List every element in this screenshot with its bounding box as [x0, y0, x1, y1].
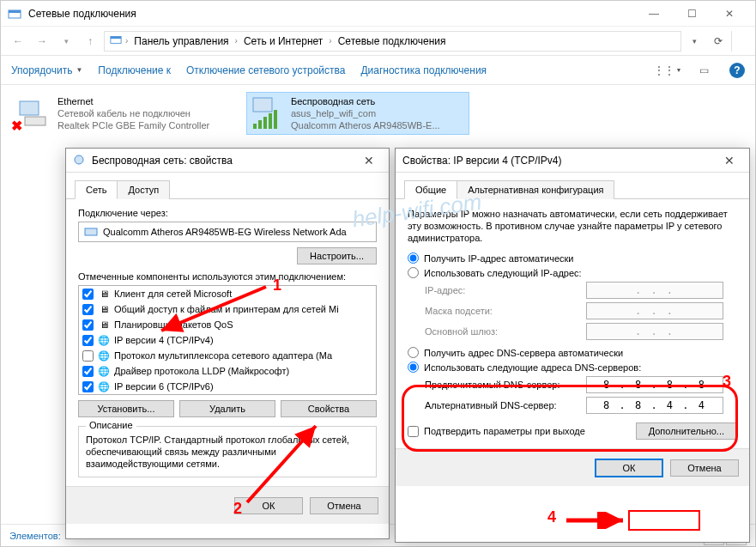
component-icon: 🌐 — [97, 334, 111, 346]
help-button[interactable]: ? — [729, 63, 745, 78]
cancel-button[interactable]: Отмена — [670, 459, 739, 477]
preview-pane-button[interactable]: ▭ — [693, 61, 714, 80]
component-list[interactable]: 🖥Клиент для сетей Microsoft 🖥Общий досту… — [78, 285, 377, 395]
cmd-organize[interactable]: Упорядочить▼ — [11, 64, 82, 76]
ok-button[interactable]: ОК — [234, 497, 303, 514]
dialog-title-bar: Свойства: IP версии 4 (TCP/IPv4) ✕ — [396, 149, 749, 173]
net-adapter: Qualcomm Atheros AR9485WB-E... — [291, 119, 440, 131]
chevron-right-icon: › — [125, 36, 128, 46]
cancel-button[interactable]: Отмена — [310, 497, 378, 514]
minimize-button[interactable]: — — [635, 2, 673, 26]
chevron-right-icon: › — [235, 36, 238, 46]
component-icon: 🖥 — [97, 319, 111, 331]
component-row: 🌐Протокол мультиплексора сетевого адапте… — [79, 348, 376, 363]
dialog-title-bar: Беспроводная сеть: свойства ✕ — [66, 149, 389, 173]
dns-alt-label: Альтернативный DNS-сервер: — [425, 400, 579, 410]
radio-dns-manual[interactable] — [408, 362, 419, 373]
command-bar: Упорядочить▼ Подключение к Отключение се… — [1, 56, 755, 85]
dialog-close-button[interactable]: ✕ — [356, 154, 382, 167]
window-icon — [8, 7, 21, 21]
crumb[interactable]: Сеть и Интернет — [241, 35, 325, 47]
ok-button[interactable]: ОК — [595, 459, 663, 477]
nav-back[interactable]: ← — [8, 31, 28, 52]
cmd-disable[interactable]: Отключение сетевого устройства — [186, 64, 345, 76]
refresh-button[interactable]: ⟳ — [709, 32, 728, 51]
mask-label: Маска подсети: — [425, 306, 579, 316]
tab-access[interactable]: Доступ — [117, 180, 170, 199]
radio-dns-auto[interactable] — [408, 347, 419, 358]
net-adapter: Realtek PCIe GBE Family Controller — [57, 119, 209, 131]
nav-bar: ← → ▾ ↑ › Панель управления › Сеть и Инт… — [1, 27, 755, 56]
breadcrumb-icon — [110, 33, 122, 48]
network-item-ethernet[interactable]: ✖ Ethernet Сетевой кабель не подключен R… — [13, 92, 236, 135]
install-button[interactable]: Установить... — [78, 400, 174, 417]
gateway-input: . . . — [586, 323, 723, 340]
properties-button[interactable]: Свойства — [281, 400, 377, 417]
maximize-button[interactable]: ☐ — [673, 2, 711, 26]
crumb[interactable]: Сетевые подключения — [336, 35, 449, 47]
dns-preferred-input[interactable]: 8 . 8 . 8 . 8 — [586, 376, 723, 393]
svg-point-7 — [75, 155, 83, 164]
search-box[interactable] — [731, 31, 748, 52]
tab-general[interactable]: Общие — [404, 180, 457, 199]
radio-ip-manual[interactable] — [408, 267, 419, 278]
component-row: 🖥Общий доступ к файлам и принтерам для с… — [79, 301, 376, 317]
dns-alt-input[interactable]: 8 . 8 . 4 . 4 — [586, 397, 723, 414]
component-icon: 🖥 — [97, 288, 111, 300]
description-group: Описание Протокол TCP/IP. Стандартный пр… — [78, 426, 377, 477]
svg-rect-4 — [20, 101, 39, 115]
component-row: 🌐IP версии 6 (TCP/IPv6) — [79, 379, 376, 394]
dialog-close-button[interactable]: ✕ — [717, 154, 742, 167]
dns-pref-label: Предпочитаемый DNS-сервер: — [425, 380, 579, 390]
confirm-on-exit-checkbox[interactable] — [408, 426, 419, 437]
ipv4-properties-dialog: Свойства: IP версии 4 (TCP/IPv4) ✕ Общие… — [395, 148, 750, 543]
close-button[interactable]: ✕ — [711, 2, 748, 26]
net-name: Беспроводная сеть — [291, 95, 440, 107]
tab-network[interactable]: Сеть — [75, 180, 118, 199]
configure-button[interactable]: Настроить... — [297, 247, 377, 264]
cmd-diagnose[interactable]: Диагностика подключения — [360, 64, 487, 76]
component-row: 🖥Клиент для сетей Microsoft — [79, 286, 376, 301]
component-row: 🌐Драйвер протокола LLDP (Майкрософт) — [79, 363, 376, 379]
nav-forward[interactable]: → — [32, 31, 52, 52]
tabs: Сеть Доступ — [66, 173, 389, 199]
info-text: Параметры IP можно назначать автоматичес… — [408, 208, 737, 244]
dialog-title: Свойства: IP версии 4 (TCP/IPv4) — [402, 155, 717, 167]
tab-alt-config[interactable]: Альтернативная конфигурация — [457, 180, 614, 199]
network-items: ✖ Ethernet Сетевой кабель не подключен R… — [13, 92, 743, 135]
adapter-icon — [73, 154, 87, 167]
nav-up[interactable]: ↑ — [80, 31, 100, 52]
radio-ip-auto[interactable] — [408, 252, 419, 264]
net-status: Сетевой кабель не подключен — [57, 107, 209, 119]
component-icon: 🌐 — [97, 380, 111, 392]
status-count: Элементов: — [9, 531, 61, 541]
advanced-button[interactable]: Дополнительно... — [636, 422, 737, 440]
wifi-icon — [250, 96, 284, 131]
subnet-mask-input: . . . — [586, 302, 723, 319]
component-icon: 🌐 — [97, 365, 111, 377]
adapter-name: Qualcomm Atheros AR9485WB-EG Wireless Ne… — [103, 227, 347, 237]
svg-rect-8 — [85, 228, 97, 235]
title-bar: Сетевые подключения — ☐ ✕ — [1, 1, 755, 27]
crumb[interactable]: Панель управления — [131, 35, 231, 47]
network-item-wifi[interactable]: Беспроводная сеть asus_help_wifi_com Qua… — [246, 92, 469, 135]
uninstall-button[interactable]: Удалить — [179, 400, 275, 417]
cmd-connect[interactable]: Подключение к — [98, 64, 171, 76]
svg-rect-1 — [9, 10, 21, 13]
ip-address-input: . . . — [586, 282, 723, 299]
component-icon: 🌐 — [97, 349, 111, 362]
ip-label: IP-адрес: — [425, 285, 579, 295]
nav-dropdown[interactable]: ▾ — [56, 31, 76, 52]
dialog-buttons: ОК Отмена — [396, 448, 749, 486]
breadcrumb-dropdown[interactable]: ▾ — [685, 32, 704, 51]
adapter-box: Qualcomm Atheros AR9485WB-EG Wireless Ne… — [78, 222, 377, 242]
ethernet-icon: ✖ — [16, 96, 51, 131]
component-row: 🌐IP версии 4 (TCP/IPv4) — [79, 332, 376, 348]
window-title: Сетевые подключения — [28, 8, 635, 20]
component-row: 🖥Планировщик пакетов QoS — [79, 317, 376, 332]
net-name: Ethernet — [57, 95, 209, 107]
view-options[interactable]: ⋮⋮▼ — [657, 61, 678, 80]
description-title: Описание — [86, 420, 136, 430]
adapter-properties-dialog: Беспроводная сеть: свойства ✕ Сеть Досту… — [65, 148, 390, 539]
breadcrumb[interactable]: › Панель управления › Сеть и Интернет › … — [104, 31, 681, 52]
